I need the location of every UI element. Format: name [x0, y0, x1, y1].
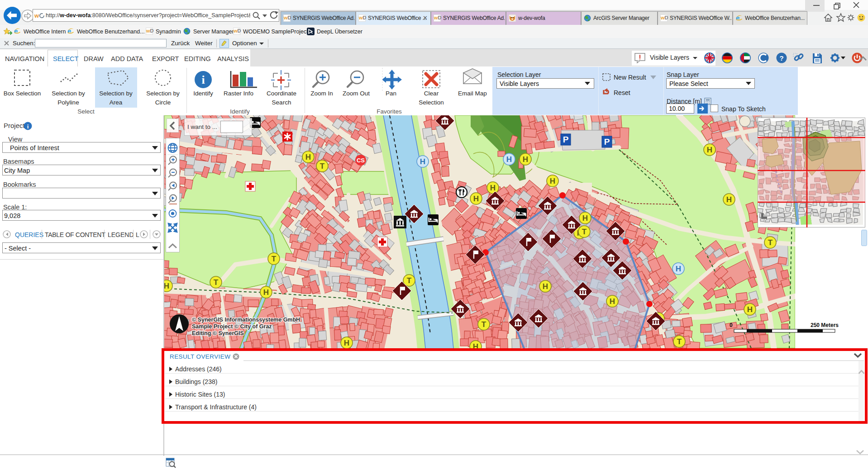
svg-text:H: H — [550, 177, 555, 185]
svg-text:T: T — [482, 320, 486, 329]
svg-text:H: H — [164, 282, 169, 290]
svg-text:Editing © SynerGIS: Editing © SynerGIS — [192, 330, 244, 336]
svg-text:H: H — [263, 288, 269, 297]
svg-text:H: H — [707, 146, 712, 154]
svg-text:H: H — [344, 339, 349, 347]
svg-text:H: H — [490, 184, 496, 192]
svg-text:T: T — [320, 162, 325, 171]
svg-text:P: P — [563, 135, 569, 144]
svg-text:Sample Project © City of Graz: Sample Project © City of Graz — [192, 323, 272, 330]
svg-text:0: 0 — [730, 322, 733, 328]
svg-text:H: H — [523, 155, 528, 164]
svg-text:i: i — [27, 123, 29, 130]
svg-text:H: H — [473, 342, 478, 348]
svg-text:H: H — [726, 195, 732, 204]
svg-text:T: T — [677, 337, 682, 346]
svg-text:?: ? — [779, 54, 783, 62]
svg-text:© SynerGIS Informationssysteme: © SynerGIS Informationssysteme GmbH — [192, 317, 300, 323]
svg-text:H: H — [506, 155, 512, 164]
svg-text:CS: CS — [357, 157, 365, 164]
svg-text:T: T — [272, 255, 277, 263]
svg-text:T: T — [407, 276, 412, 285]
svg-text:T: T — [214, 278, 219, 287]
svg-text:T: T — [582, 227, 587, 236]
svg-text:T: T — [768, 238, 773, 247]
svg-text:P: P — [604, 137, 610, 147]
svg-text:H: H — [420, 157, 425, 166]
svg-text:i: i — [201, 73, 205, 86]
svg-text:H: H — [582, 214, 588, 223]
svg-text:H: H — [610, 297, 615, 306]
svg-text:w: w — [34, 12, 39, 19]
svg-text:H: H — [473, 194, 479, 203]
svg-text:H: H — [676, 265, 681, 273]
svg-text:H: H — [747, 305, 753, 314]
svg-text:H: H — [305, 153, 311, 161]
svg-text:250 Meters: 250 Meters — [811, 322, 839, 328]
svg-text:H: H — [543, 282, 548, 291]
